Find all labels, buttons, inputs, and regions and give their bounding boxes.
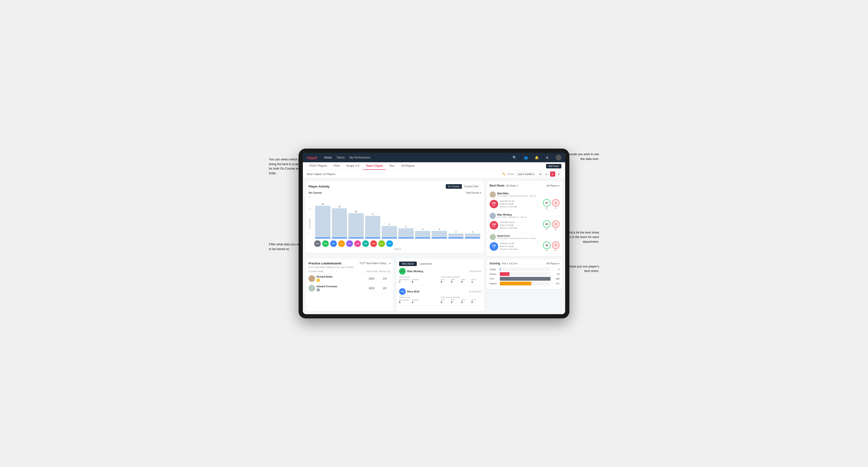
active-date-1: 26 Aug 2023 [469, 270, 481, 272]
bell-icon[interactable]: 🔔 [535, 156, 539, 159]
bar-label-1: 12 [338, 206, 341, 208]
bar-label-5: 4 [405, 225, 407, 228]
sub-nav-hcaps[interactable]: Hcaps 1-5 [343, 162, 362, 170]
shot-item-3: David Ford 24 Aug 2023 · Royal North Dev… [490, 232, 559, 253]
bar-group-0: 13 [315, 203, 331, 239]
bar-9[interactable] [465, 234, 480, 239]
view-list-icon[interactable]: ☰ [556, 172, 561, 177]
app-key-2: APP [451, 299, 461, 301]
shot-metrics-2: 43 yds 0 yds [543, 220, 559, 230]
shot-item-1: Matt Miller 09 Jun 2023 · Royal North De… [490, 190, 559, 211]
metric-dist-label-1: yds [546, 207, 548, 209]
shot-player-sub-1: 09 Jun 2023 · Royal North Devon GC, Hole… [497, 195, 536, 197]
all-players-filter[interactable]: All Players ▾ [547, 184, 559, 187]
y-label-0: 0 [309, 231, 311, 234]
app-val-2: 0 [451, 301, 461, 304]
practice-key-2: Practice [412, 299, 418, 301]
practice-drills-toggle[interactable]: Practice Drills [462, 184, 481, 189]
shot-player-name-1: Matt Miller [497, 192, 536, 195]
bar-0[interactable] [315, 206, 331, 239]
bar-4[interactable] [382, 226, 397, 239]
total-rounds-dropdown[interactable]: Total Rounds ▾ [466, 191, 481, 194]
shot-chevron-2[interactable]: › [559, 214, 559, 217]
scoring-bar-wrap-0 [500, 268, 551, 271]
bar-5[interactable] [398, 228, 414, 239]
nav-teams[interactable]: Teams [336, 156, 345, 159]
nav-home[interactable]: Home [324, 156, 332, 159]
shot-info-1: Shot Dist: 67 yds Start Lie: Rough End L… [500, 200, 541, 208]
sub-nav-pgat[interactable]: PGAT Players [307, 162, 330, 170]
lb-score-2: 18/20 [366, 287, 377, 290]
leaderboard-sub-title: PUTT Must Make Putting (3-6 ft), Last 3 … [309, 266, 391, 269]
nav-my-performance[interactable]: My Performance [349, 156, 370, 159]
lb-avatar-1 [309, 275, 315, 282]
bar-1[interactable] [332, 208, 347, 239]
edit-team-icon[interactable]: ✏️ [502, 173, 506, 176]
sub-nav-team-clippd[interactable]: Team Clippd [363, 162, 385, 170]
bar-8[interactable] [448, 234, 464, 239]
bar-6[interactable] [415, 231, 431, 239]
team-header: Team Clippd | 14 Players ✏️ Show: Last 3… [303, 170, 565, 178]
avatar[interactable] [556, 155, 561, 160]
most-active-card: Most Active Least Active BM Blair McHarg [396, 259, 484, 311]
bar-group-6: 3 [415, 228, 431, 239]
metric-dist-3: 16 [543, 242, 551, 249]
scoring-bar-wrap-1 [500, 272, 551, 276]
scoring-filter-2[interactable]: All Players ▾ [547, 262, 559, 265]
users-icon[interactable]: 👥 [524, 156, 528, 159]
most-active-tab[interactable]: Most Active [399, 261, 417, 266]
scoring-val-2: 499 [552, 278, 559, 280]
arg-key-2: ARG [461, 299, 471, 301]
scoring-val-3: 311 [552, 282, 559, 285]
player-avatar-0: BM [314, 240, 321, 247]
tournament-val-1: 7 [399, 281, 409, 283]
active-avatar-2: RB [399, 288, 406, 295]
least-active-tab[interactable]: Least Active [417, 261, 435, 266]
bar-group-3: 9 [365, 213, 380, 239]
leaderboard-dropdown[interactable]: PUTT Must Make Putting ... ▾ [360, 262, 391, 264]
y-axis-title: Total Rounds [309, 218, 311, 229]
shot-badge-2: 200 SG [490, 221, 498, 229]
view-grid3-icon[interactable]: ⊟ [544, 172, 549, 177]
bar-3[interactable] [365, 216, 380, 239]
add-team-button[interactable]: Add Team [546, 164, 561, 168]
metric-remain-label-3: yds [555, 250, 557, 251]
period-dropdown[interactable]: Last 3 months ▾ [516, 172, 536, 176]
practice-leaderboards-card: Practice Leaderboards PUTT Must Make Put… [306, 259, 394, 311]
lb-player-name-1: Richard Butler [316, 276, 364, 278]
on-course-toggle[interactable]: On Course [446, 184, 462, 189]
tablet-frame: clippd Home Teams My Performance 🔍 👥 🔔 ⊕… [299, 149, 569, 318]
bar-label-8: 2 [456, 231, 457, 233]
top-nav: clippd Home Teams My Performance 🔍 👥 🔔 ⊕ [303, 153, 565, 162]
sub-nav-all-players[interactable]: All Players [398, 162, 417, 170]
add-circle-icon[interactable]: ⊕ [546, 156, 549, 159]
scoring-row-1: Birdies96 [490, 272, 559, 276]
bar-label-0: 13 [321, 203, 324, 205]
player-activity-card: Player Activity On Course Practice Drill… [306, 181, 484, 253]
player-avatar-9: CR [386, 240, 393, 247]
bar-chart-area: 15 10 5 0 Total Rounds 1312109543322 [309, 196, 481, 239]
search-icon[interactable]: 🔍 [513, 156, 517, 159]
right-panel: Best Shots All Shots ▾ All Players ▾ [487, 181, 562, 311]
show-label: Show: [507, 173, 514, 176]
bar-2[interactable] [348, 213, 364, 239]
view-grid4-icon[interactable]: ⊞ [538, 172, 543, 177]
metric-remain-1: 0 [552, 199, 559, 207]
all-shots-filter[interactable]: All Shots ▾ [506, 184, 518, 187]
practice-val-1: 6 [412, 281, 418, 283]
shot-player-name-3: David Ford [497, 235, 536, 237]
shot-player-sub-2: 23 Jul 2023 · Ashridge GC, Hole 15 [497, 216, 527, 218]
bar-label-3: 9 [372, 213, 373, 215]
shot-info-2: Shot Dist: 43 yds Start Lie: Rough End L… [500, 221, 541, 229]
arg-val-1: 0 [461, 281, 471, 283]
sub-nav-tour[interactable]: Tour [386, 162, 398, 170]
shot-chevron-3[interactable]: › [559, 236, 559, 239]
main-content: Player Activity On Course Practice Drill… [303, 178, 565, 314]
view-heart-icon[interactable]: ♥ [550, 172, 555, 177]
sub-nav-pga[interactable]: PGA [331, 162, 342, 170]
shot-metrics-1: 67 yds 0 yds [543, 199, 559, 209]
shot-chevron-1[interactable]: › [559, 193, 559, 196]
bar-7[interactable] [432, 231, 447, 239]
scoring-filter-1[interactable]: Par 3, 4 & 5s ▾ [502, 262, 518, 265]
tournament-key-2: Tournament [399, 299, 409, 301]
